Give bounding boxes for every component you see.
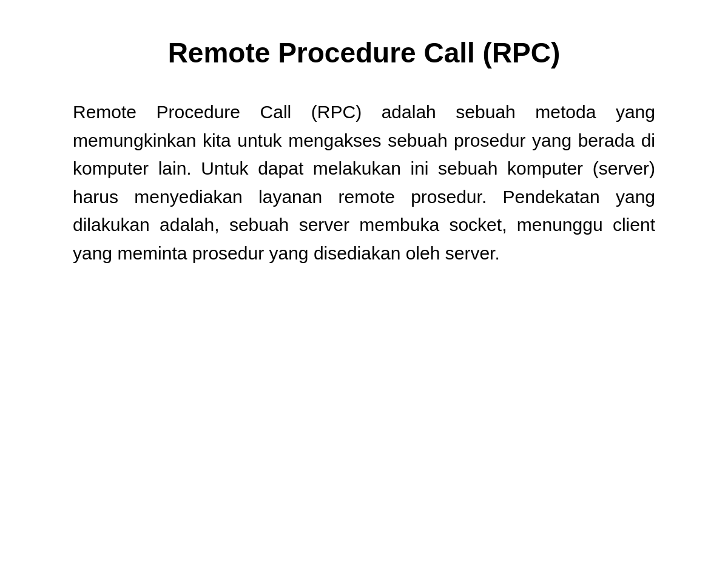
body-text: Remote Procedure Call (RPC) adalah sebua…	[73, 98, 655, 267]
page-title: Remote Procedure Call (RPC)	[73, 36, 655, 69]
page-container: Remote Procedure Call (RPC) Remote Proce…	[0, 0, 728, 562]
